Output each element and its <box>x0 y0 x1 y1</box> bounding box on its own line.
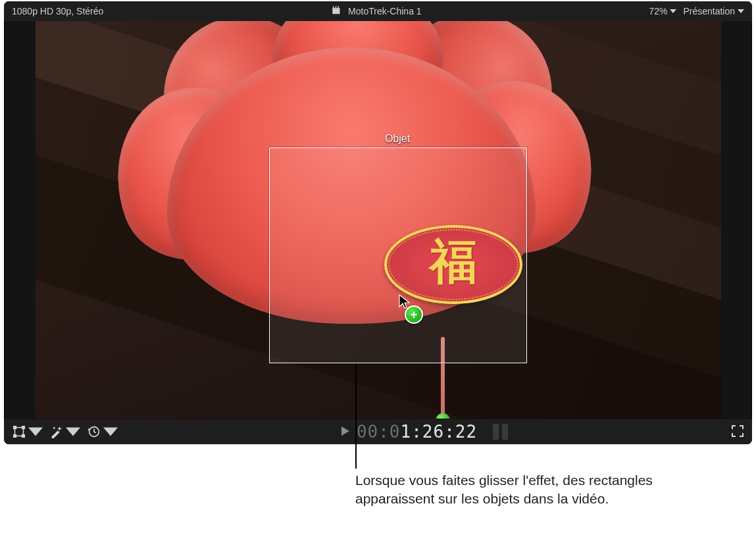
chevron-down-icon <box>28 424 43 439</box>
callout-line <box>355 363 357 469</box>
clapper-icon <box>331 5 343 18</box>
viewer-canvas[interactable]: 福 Objet + <box>36 21 721 419</box>
zoom-value: 72% <box>649 6 667 16</box>
plus-glyph: + <box>411 309 418 321</box>
chevron-down-icon <box>103 424 118 439</box>
transform-tool[interactable] <box>12 424 43 439</box>
zoom-dropdown[interactable]: 72% <box>649 6 676 16</box>
chevron-down-icon <box>66 424 80 439</box>
tracking-rectangle[interactable] <box>269 147 527 363</box>
viewer-bottombar: 00:01:26:22 <box>4 419 752 444</box>
format-label: 1080p HD 30p, Stéréo <box>12 6 103 16</box>
timecode-dim: 00:0 <box>357 422 401 442</box>
enhance-tool[interactable] <box>49 424 80 439</box>
add-plus-badge: + <box>405 305 423 324</box>
play-button[interactable] <box>341 426 350 438</box>
chevron-down-icon <box>738 9 744 13</box>
viewer-panel: 1080p HD 30p, Stéréo MotoTrek-China 1 72… <box>4 1 752 444</box>
tassel-bead <box>436 413 450 419</box>
timecode-display[interactable]: 00:01:26:22 <box>357 422 477 442</box>
svg-rect-3 <box>14 435 16 438</box>
chevron-down-icon <box>670 9 676 13</box>
timecode-bright: 1:26:22 <box>401 422 478 442</box>
tracking-label: Objet <box>269 133 526 145</box>
svg-rect-1 <box>14 426 16 429</box>
audio-meter <box>493 424 508 440</box>
callout-caption: Lorsque vous faites glisser l'effet, des… <box>355 471 684 509</box>
project-title: MotoTrek-China 1 <box>348 6 422 16</box>
retime-tool[interactable] <box>87 424 118 439</box>
svg-rect-4 <box>22 435 25 438</box>
view-label: Présentation <box>683 6 735 16</box>
svg-rect-2 <box>22 426 25 429</box>
viewer-topbar: 1080p HD 30p, Stéréo MotoTrek-China 1 72… <box>4 1 752 21</box>
fullscreen-button[interactable] <box>731 424 744 440</box>
view-dropdown[interactable]: Présentation <box>683 6 744 16</box>
